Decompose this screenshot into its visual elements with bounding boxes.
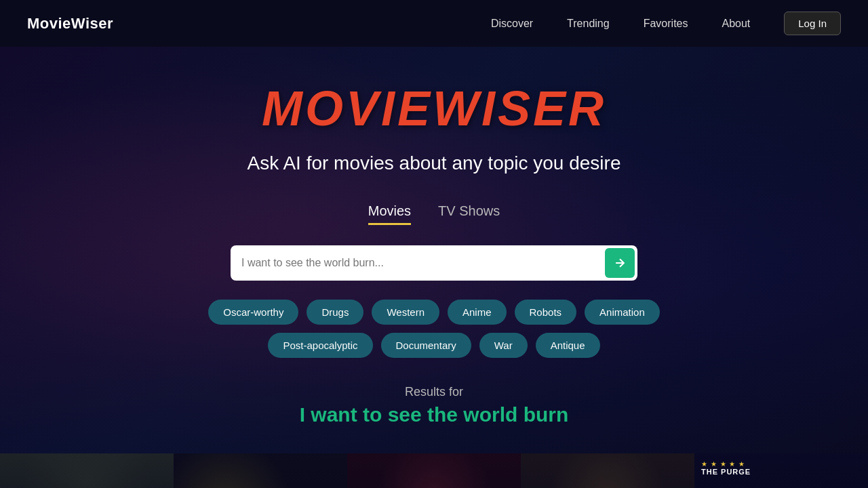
genre-tags: Oscar-worthy Drugs Western Anime Robots … bbox=[180, 300, 688, 358]
nav-discover[interactable]: Discover bbox=[491, 18, 533, 30]
nav-about[interactable]: About bbox=[722, 18, 750, 30]
tag-documentary[interactable]: Documentary bbox=[381, 333, 471, 358]
purge-badge: ★ ★ ★ ★ ★ THE PURGE bbox=[701, 460, 751, 476]
hero-section: MOVIEWISER Ask AI for movies about any t… bbox=[0, 47, 868, 488]
arrow-right-icon bbox=[613, 256, 627, 270]
content-type-tabs: Movies TV Shows bbox=[368, 203, 500, 225]
hero-content: MOVIEWISER Ask AI for movies about any t… bbox=[0, 47, 868, 453]
tag-war[interactable]: War bbox=[479, 333, 528, 358]
hero-logo: MOVIEWISER bbox=[262, 81, 606, 136]
tab-movies[interactable]: Movies bbox=[368, 203, 411, 225]
tag-post-apocalyptic[interactable]: Post-apocalyptic bbox=[268, 333, 372, 358]
nav-links: Discover Trending Favorites About Log In bbox=[491, 12, 841, 35]
results-section: Results for I want to see the world burn bbox=[0, 385, 868, 453]
results-query: I want to see the world burn bbox=[0, 403, 868, 426]
tag-oscar-worthy[interactable]: Oscar-worthy bbox=[208, 300, 298, 325]
results-label: Results for bbox=[0, 385, 868, 399]
purge-label: THE PURGE bbox=[701, 468, 751, 476]
tab-tvshows[interactable]: TV Shows bbox=[438, 203, 500, 225]
login-button[interactable]: Log In bbox=[784, 12, 841, 35]
tag-drugs[interactable]: Drugs bbox=[307, 300, 363, 325]
tag-animation[interactable]: Animation bbox=[585, 300, 660, 325]
nav-favorites[interactable]: Favorites bbox=[644, 18, 688, 30]
nav-trending[interactable]: Trending bbox=[567, 18, 610, 30]
tag-western[interactable]: Western bbox=[372, 300, 439, 325]
hero-subtitle: Ask AI for movies about any topic you de… bbox=[248, 150, 621, 176]
tag-antique[interactable]: Antique bbox=[536, 333, 600, 358]
brand-logo[interactable]: MovieWiser bbox=[27, 15, 113, 33]
tag-robots[interactable]: Robots bbox=[515, 300, 577, 325]
tag-anime[interactable]: Anime bbox=[448, 300, 507, 325]
search-bar bbox=[231, 245, 637, 281]
purge-stars: ★ ★ ★ ★ ★ bbox=[701, 460, 751, 468]
navbar: MovieWiser Discover Trending Favorites A… bbox=[0, 0, 868, 47]
search-button[interactable] bbox=[605, 248, 635, 278]
search-input[interactable] bbox=[241, 250, 605, 276]
